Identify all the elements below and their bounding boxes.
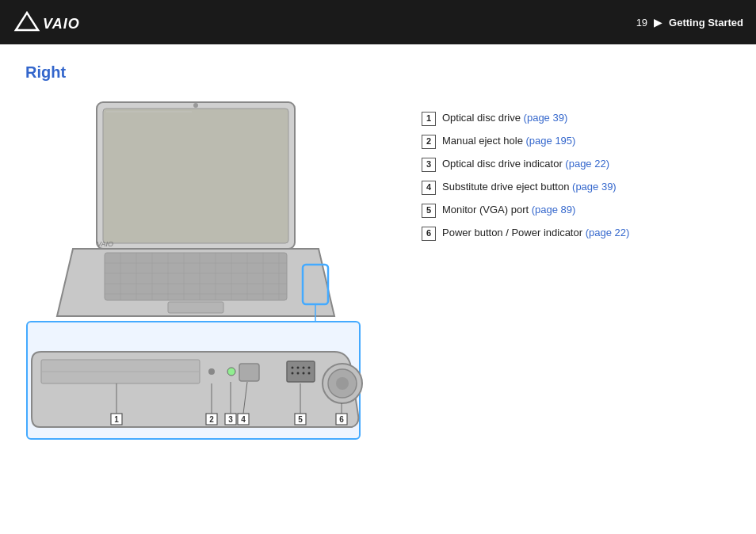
svg-point-5 <box>193 103 198 108</box>
left-column: Right <box>25 63 406 521</box>
item-description: Monitor (VGA) port (page 89) <box>442 203 575 217</box>
svg-marker-0 <box>16 13 38 30</box>
svg-point-39 <box>297 372 300 375</box>
getting-started-label: Getting Started <box>669 17 743 29</box>
svg-rect-22 <box>168 302 223 313</box>
svg-point-35 <box>297 367 300 369</box>
item-page-link[interactable]: (page 89) <box>532 204 576 216</box>
item-number-badge: 5 <box>422 204 436 218</box>
section-title: Right <box>25 63 406 82</box>
right-column: 1Optical disc drive (page 39)2Manual eje… <box>406 63 731 521</box>
diagram-area: VAIO <box>25 94 390 459</box>
svg-point-44 <box>336 377 349 390</box>
svg-rect-33 <box>287 361 315 382</box>
item-page-link[interactable]: (page 22) <box>565 158 609 170</box>
list-item: 2Manual eject hole (page 195) <box>422 134 731 149</box>
main-content: Right <box>0 44 756 534</box>
item-page-link[interactable]: (page 22) <box>586 227 630 238</box>
svg-text:1: 1 <box>114 415 119 424</box>
svg-point-36 <box>303 367 305 369</box>
item-page-link[interactable]: (page 39) <box>572 181 617 193</box>
item-page-link[interactable]: (page 195) <box>526 135 576 147</box>
item-number-badge: 2 <box>422 135 436 149</box>
list-item: 6Power button / Power indicator (page 22… <box>422 226 731 241</box>
svg-rect-32 <box>239 364 259 381</box>
header: VAIO 19 ▶ Getting Started <box>0 0 756 44</box>
item-description: Optical disc drive indicator (page 22) <box>442 157 609 171</box>
logo-area: VAIO <box>13 8 92 36</box>
item-number-badge: 6 <box>422 227 436 241</box>
vaio-logo-svg: VAIO <box>13 8 92 36</box>
laptop-illustration: VAIO <box>49 94 342 328</box>
svg-point-41 <box>308 372 311 375</box>
item-description: Power button / Power indicator (page 22) <box>442 226 629 240</box>
list-item: 1Optical disc drive (page 39) <box>422 111 731 126</box>
svg-point-38 <box>292 372 294 375</box>
item-number-badge: 3 <box>422 158 436 172</box>
side-view-diagram: 1 2 3 4 5 6 <box>25 320 366 443</box>
svg-text:2: 2 <box>209 415 214 424</box>
item-description: Optical disc drive (page 39) <box>442 111 567 125</box>
item-description: Substitute drive eject button (page 39) <box>442 180 617 194</box>
svg-rect-3 <box>103 109 288 243</box>
svg-text:6: 6 <box>339 415 344 424</box>
svg-text:4: 4 <box>241 415 246 424</box>
item-number-badge: 1 <box>422 112 436 126</box>
list-item: 3Optical disc drive indicator (page 22) <box>422 157 731 172</box>
list-item: 5Monitor (VGA) port (page 89) <box>422 203 731 218</box>
list-item: 4Substitute drive eject button (page 39) <box>422 180 731 195</box>
svg-point-31 <box>227 368 235 376</box>
svg-point-30 <box>208 368 215 375</box>
svg-rect-6 <box>105 253 287 300</box>
svg-point-37 <box>308 367 311 369</box>
item-number-badge: 4 <box>422 181 436 195</box>
item-page-link[interactable]: (page 39) <box>524 112 568 124</box>
svg-text:VAIO: VAIO <box>97 240 113 248</box>
page-number: 19 <box>636 17 647 29</box>
header-right: 19 ▶ Getting Started <box>636 16 743 29</box>
svg-point-34 <box>292 367 294 369</box>
svg-text:3: 3 <box>228 415 233 424</box>
svg-point-40 <box>303 372 305 375</box>
svg-text:5: 5 <box>298 415 303 424</box>
item-list: 1Optical disc drive (page 39)2Manual eje… <box>422 111 731 241</box>
svg-text:VAIO: VAIO <box>43 16 80 32</box>
arrow-icon: ▶ <box>654 16 662 29</box>
item-description: Manual eject hole (page 195) <box>442 134 575 148</box>
